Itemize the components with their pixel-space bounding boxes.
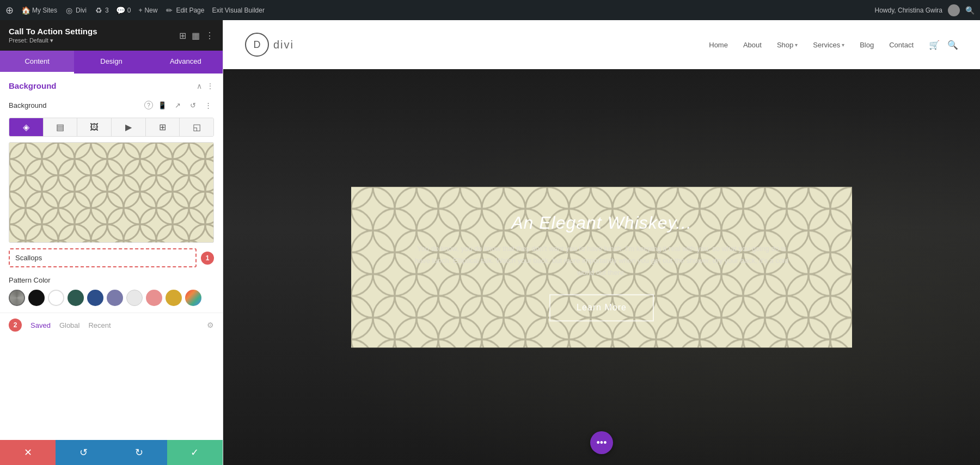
nav-home[interactable]: Home (709, 41, 728, 49)
site-header: D divi Home About Shop ▾ Services ▾ (223, 20, 980, 69)
swatch-gold[interactable] (166, 290, 182, 306)
nav-services[interactable]: Services ▾ (813, 41, 844, 49)
nav-about[interactable]: About (743, 41, 762, 49)
undo-button[interactable]: ↺ (56, 440, 111, 465)
site-nav: Home About Shop ▾ Services ▾ Blog Contac (709, 40, 958, 50)
section-header: Background ∧ ⋮ (0, 74, 223, 96)
cta-module: An Elegant Whiskey... You do know, you d… (351, 187, 852, 347)
save-button[interactable]: ✓ (167, 440, 223, 465)
divi-link[interactable]: ◎ Divi (65, 6, 87, 15)
color-swatches (0, 287, 223, 310)
tab-content[interactable]: Content (0, 51, 74, 74)
cta-title: An Elegant Whiskey... (384, 213, 819, 233)
updates-icon: ♻ (94, 6, 103, 15)
tab-design[interactable]: Design (74, 51, 148, 74)
updates-link[interactable]: ♻ 3 (94, 6, 109, 15)
more-options-icon[interactable]: ⋮ (205, 30, 214, 41)
badge-1: 1 (201, 252, 214, 265)
bg-type-tabs: ◈ ▤ 🖼 ▶ ⊞ ◱ (9, 118, 214, 137)
admin-bar-right: Howdy, Christina Gwira 🔍 (875, 4, 975, 16)
cancel-button[interactable]: ✕ (0, 440, 56, 465)
bg-type-image[interactable]: 🖼 (77, 118, 112, 136)
cta-button[interactable]: Learn More (549, 294, 654, 321)
bg-icons: ? 📱 ↗ ↺ ⋮ (144, 99, 214, 111)
pointer-icon[interactable]: ↗ (171, 99, 183, 111)
pattern-select[interactable]: Scallops Circles Dots Stripes Zigzag Cro… (9, 248, 197, 267)
new-link[interactable]: + New (138, 7, 157, 14)
swatch-black[interactable] (28, 290, 45, 306)
cart-icon[interactable]: 🛒 (929, 40, 940, 50)
panel-title: Call To Action Settings (9, 27, 97, 36)
wp-logo-icon[interactable]: ⊕ (5, 4, 14, 16)
bg-more-icon[interactable]: ⋮ (202, 99, 214, 111)
bg-type-color[interactable]: ◈ (9, 118, 44, 136)
panel-title-group: Call To Action Settings Preset: Default … (9, 27, 97, 44)
logo-circle: D (245, 33, 269, 57)
avatar[interactable] (948, 4, 960, 16)
divi-icon: ◎ (65, 6, 74, 15)
panel-content: Background ∧ ⋮ Background ? 📱 ↗ ↺ ⋮ (0, 74, 223, 440)
my-sites-link[interactable]: 🏠 My Sites (21, 6, 57, 15)
nav-blog[interactable]: Blog (860, 41, 874, 49)
section-collapse-icon[interactable]: ∧ (197, 82, 202, 90)
search-icon[interactable]: 🔍 (965, 6, 975, 15)
badge-2: 2 (9, 319, 22, 332)
floating-action-button[interactable]: ••• (590, 431, 613, 454)
color-tab-saved[interactable]: Saved (30, 321, 51, 329)
comments-icon: 💬 (117, 6, 125, 15)
swatch-light-gray[interactable] (126, 290, 143, 306)
swatch-pink[interactable] (146, 290, 162, 306)
swatch-purple[interactable] (107, 290, 123, 306)
my-sites-icon: 🏠 (21, 6, 30, 15)
layout-icon[interactable]: ▦ (192, 30, 200, 41)
pattern-color-label: Pattern Color (0, 272, 223, 287)
reset-icon[interactable]: ↺ (187, 99, 199, 111)
exit-visual-builder-link[interactable]: Exit Visual Builder (212, 7, 265, 14)
bg-type-video[interactable]: ▶ (112, 118, 146, 136)
pattern-preview (9, 142, 214, 243)
swatch-blue[interactable] (87, 290, 103, 306)
bottom-bar: ✕ ↺ ↻ ✓ (0, 440, 223, 465)
scallop-pattern-preview (9, 143, 213, 242)
background-label: Background (9, 101, 46, 109)
nav-shop[interactable]: Shop ▾ (777, 41, 798, 49)
nav-icons: 🛒 🔍 (929, 40, 958, 50)
main-layout: Call To Action Settings Preset: Default … (0, 20, 980, 465)
hero-area: An Elegant Whiskey... You do know, you d… (223, 69, 980, 465)
color-tab-recent[interactable]: Recent (88, 321, 111, 329)
cta-body: You do know, you do know that they don't… (411, 243, 792, 279)
panel-header: Call To Action Settings Preset: Default … (0, 20, 223, 51)
gear-icon[interactable]: ⚙ (207, 321, 214, 329)
edit-page-link[interactable]: ✏ Edit Page (165, 6, 204, 15)
mobile-preview-icon[interactable]: 📱 (156, 99, 168, 111)
section-header-icons: ∧ ⋮ (197, 82, 214, 90)
search-icon[interactable]: 🔍 (947, 40, 958, 50)
bg-type-pattern[interactable]: ⊞ (146, 118, 180, 136)
section-more-icon[interactable]: ⋮ (206, 82, 214, 90)
cta-content: An Elegant Whiskey... You do know, you d… (384, 213, 819, 321)
panel-tabs: Content Design Advanced (0, 51, 223, 74)
swatch-dark-green[interactable] (68, 290, 84, 306)
swatch-custom-gradient[interactable] (185, 290, 201, 306)
preset-label[interactable]: Preset: Default ▾ (9, 37, 97, 44)
tab-advanced[interactable]: Advanced (149, 51, 223, 74)
swatch-white[interactable] (48, 290, 64, 306)
help-icon[interactable]: ? (144, 101, 153, 109)
svg-rect-6 (9, 143, 213, 242)
swatch-custom-dark[interactable] (9, 290, 25, 306)
comments-link[interactable]: 💬 0 (117, 6, 131, 15)
bg-type-gradient[interactable]: ▤ (44, 118, 78, 136)
fab-dots-icon: ••• (597, 437, 607, 449)
pattern-dropdown-row: Scallops Circles Dots Stripes Zigzag Cro… (9, 248, 214, 267)
services-dropdown-arrow: ▾ (842, 42, 844, 48)
color-tabs-row: 2 Saved Global Recent ⚙ (0, 315, 223, 335)
fullscreen-icon[interactable]: ⊞ (179, 30, 186, 41)
section-title: Background (9, 81, 57, 90)
preview-area: D divi Home About Shop ▾ Services ▾ (223, 20, 980, 465)
panel-header-icons: ⊞ ▦ ⋮ (179, 30, 214, 41)
site-logo: D divi (245, 33, 294, 57)
nav-contact[interactable]: Contact (889, 41, 914, 49)
bg-type-mask[interactable]: ◱ (180, 118, 213, 136)
redo-button[interactable]: ↻ (112, 440, 167, 465)
color-tab-global[interactable]: Global (59, 321, 80, 329)
